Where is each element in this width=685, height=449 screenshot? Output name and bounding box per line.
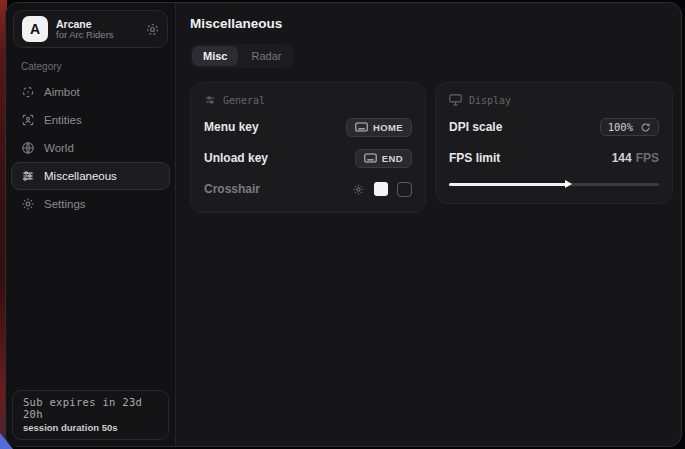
page-title: Miscellaneous [190,16,673,31]
sidebar-item-label: World [44,142,74,154]
fps-limit-value: 144FPS [612,151,659,165]
fps-limit-label: FPS limit [449,151,500,165]
app-meta: Arcane for Arc Riders [56,18,138,41]
sub-expires-text: Sub expires in 23d 20h [23,396,158,420]
panels: General Menu key HOME [190,82,673,213]
crosshair-color-swatch[interactable] [374,182,388,196]
menu-key-label: Menu key [204,120,259,134]
sidebar-item-miscellaneous[interactable]: Miscellaneous [11,162,170,190]
tab-radar[interactable]: Radar [240,46,292,66]
session-duration-text: session duration 50s [23,422,158,433]
sliders-small-icon [204,94,216,106]
sidebar-item-label: Miscellaneous [44,170,117,182]
dpi-scale-row: DPI scale 100% [449,117,659,137]
category-label: Category [21,61,175,72]
gear-icon [21,197,35,211]
sidebar-item-settings[interactable]: Settings [11,190,170,218]
fps-limit-slider[interactable] [449,178,659,190]
sidebar: A Arcane for Arc Riders Category [6,3,176,446]
unload-key-bind-button[interactable]: END [355,149,412,168]
tab-bar: Misc Radar [190,44,294,68]
app-card: A Arcane for Arc Riders [13,10,168,48]
display-panel: Display DPI scale 100% [435,82,673,204]
menu-key-row: Menu key HOME [204,117,412,137]
crosshair-settings-gear-icon[interactable] [352,183,365,196]
sidebar-item-label: Aimbot [44,86,80,98]
main-content: Miscellaneous Misc Radar [176,3,682,446]
dpi-scale-value: 100% [608,121,633,133]
crosshair-icon [21,85,35,99]
sidebar-item-aimbot[interactable]: Aimbot [11,78,170,106]
sidebar-item-label: Settings [44,198,86,210]
sliders-icon [21,169,35,183]
unload-key-label: Unload key [204,151,268,165]
sync-icon[interactable] [146,23,159,36]
tab-misc[interactable]: Misc [192,46,238,66]
globe-icon [21,141,35,155]
screen: A Arcane for Arc Riders Category [0,0,685,449]
app-tagline: for Arc Riders [56,30,138,41]
menu-key-bind-button[interactable]: HOME [346,118,412,137]
fps-unit: FPS [636,151,659,165]
display-panel-header: Display [449,94,659,106]
keyboard-icon [355,122,368,132]
display-panel-title: Display [469,95,511,106]
general-panel: General Menu key HOME [190,82,426,213]
app-name: Arcane [56,18,138,30]
fps-number: 144 [612,151,632,165]
fps-limit-row: FPS limit 144FPS [449,148,659,168]
dpi-reset-icon[interactable] [640,122,651,133]
crosshair-controls [352,182,412,197]
sidebar-nav: Aimbot Entities [6,78,175,218]
sidebar-item-world[interactable]: World [11,134,170,162]
app-logo: A [22,16,48,42]
sidebar-item-label: Entities [44,114,82,126]
unload-key-value: END [382,153,403,164]
scan-person-icon [21,113,35,127]
general-panel-header: General [204,94,412,106]
unload-key-row: Unload key END [204,148,412,168]
general-panel-title: General [223,95,265,106]
crosshair-row: Crosshair [204,179,412,199]
dpi-scale-control[interactable]: 100% [600,118,659,136]
dpi-scale-label: DPI scale [449,120,502,134]
fps-slider-thumb[interactable] [565,180,572,188]
subscription-status-card: Sub expires in 23d 20h session duration … [12,390,169,440]
keyboard-icon [364,153,377,163]
monitor-icon [449,94,462,106]
fps-slider-fill [449,183,567,186]
crosshair-label: Crosshair [204,182,260,196]
menu-key-value: HOME [373,122,403,133]
app-window: A Arcane for Arc Riders Category [5,2,682,447]
crosshair-checkbox[interactable] [397,182,412,197]
sidebar-item-entities[interactable]: Entities [11,106,170,134]
